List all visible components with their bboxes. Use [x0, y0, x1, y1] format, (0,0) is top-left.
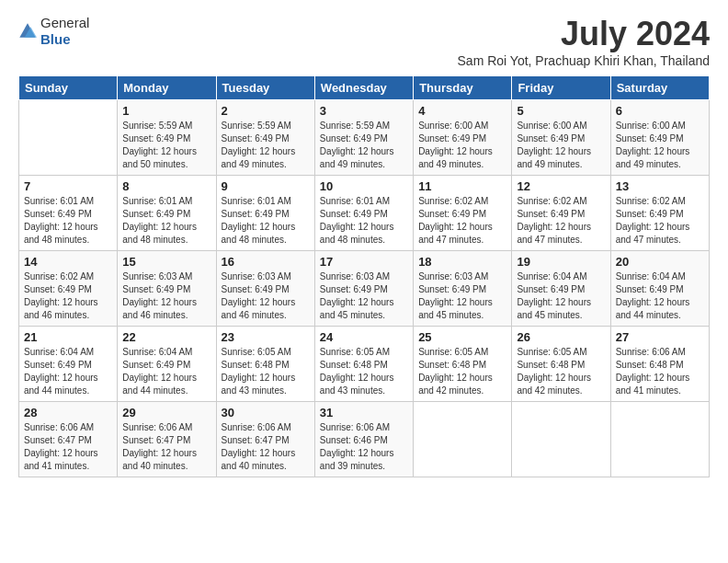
day-number: 12: [517, 179, 605, 193]
day-number: 21: [24, 330, 112, 344]
day-info: Sunrise: 6:06 AMSunset: 6:47 PMDaylight:…: [222, 421, 310, 473]
day-info: Sunrise: 6:01 AMSunset: 6:49 PMDaylight:…: [222, 195, 310, 247]
day-cell: 27 Sunrise: 6:06 AMSunset: 6:48 PMDaylig…: [610, 327, 709, 402]
day-cell: 16 Sunrise: 6:03 AMSunset: 6:49 PMDaylig…: [216, 251, 314, 327]
week-row-4: 21 Sunrise: 6:04 AMSunset: 6:49 PMDaylig…: [19, 327, 710, 402]
day-cell: 1 Sunrise: 5:59 AMSunset: 6:49 PMDayligh…: [118, 100, 216, 176]
day-number: 27: [616, 330, 704, 344]
day-info: Sunrise: 6:01 AMSunset: 6:49 PMDaylight:…: [320, 195, 408, 247]
header: General Blue July 2024 Sam Roi Yot, Prac…: [18, 15, 710, 68]
day-cell: 5 Sunrise: 6:00 AMSunset: 6:49 PMDayligh…: [512, 100, 610, 176]
week-row-3: 14 Sunrise: 6:02 AMSunset: 6:49 PMDaylig…: [19, 251, 710, 327]
day-info: Sunrise: 6:02 AMSunset: 6:49 PMDaylight:…: [24, 270, 112, 322]
day-number: 4: [418, 104, 506, 118]
day-cell: 26 Sunrise: 6:05 AMSunset: 6:48 PMDaylig…: [512, 327, 610, 402]
day-info: Sunrise: 6:05 AMSunset: 6:48 PMDaylight:…: [517, 346, 605, 397]
day-cell: 30 Sunrise: 6:06 AMSunset: 6:47 PMDaylig…: [216, 402, 314, 477]
day-cell: 7 Sunrise: 6:01 AMSunset: 6:49 PMDayligh…: [19, 176, 118, 251]
day-cell: 14 Sunrise: 6:02 AMSunset: 6:49 PMDaylig…: [19, 251, 118, 327]
day-number: 29: [122, 406, 210, 419]
day-cell: 31 Sunrise: 6:06 AMSunset: 6:46 PMDaylig…: [314, 402, 413, 477]
day-cell: 17 Sunrise: 6:03 AMSunset: 6:49 PMDaylig…: [314, 251, 413, 327]
day-cell: 23 Sunrise: 6:05 AMSunset: 6:48 PMDaylig…: [216, 327, 314, 402]
day-cell: 29 Sunrise: 6:06 AMSunset: 6:47 PMDaylig…: [118, 402, 216, 477]
logo-icon: [18, 22, 37, 40]
day-number: 1: [122, 104, 210, 118]
day-info: Sunrise: 6:00 AMSunset: 6:49 PMDaylight:…: [418, 120, 506, 171]
day-number: 11: [418, 179, 506, 193]
location-subtitle: Sam Roi Yot, Prachuap Khiri Khan, Thaila…: [458, 53, 710, 68]
day-info: Sunrise: 6:00 AMSunset: 6:49 PMDaylight:…: [616, 120, 704, 171]
logo-text: General Blue: [40, 15, 89, 48]
day-number: 6: [616, 104, 704, 118]
col-saturday: Saturday: [610, 76, 709, 100]
day-number: 26: [517, 330, 605, 344]
day-info: Sunrise: 6:06 AMSunset: 6:46 PMDaylight:…: [320, 421, 408, 473]
day-number: 2: [222, 104, 310, 118]
day-cell: 18 Sunrise: 6:03 AMSunset: 6:49 PMDaylig…: [414, 251, 512, 327]
day-number: 16: [222, 255, 310, 269]
day-info: Sunrise: 6:05 AMSunset: 6:48 PMDaylight:…: [320, 346, 408, 397]
day-cell: 21 Sunrise: 6:04 AMSunset: 6:49 PMDaylig…: [19, 327, 118, 402]
day-number: 9: [222, 179, 310, 193]
day-cell: 4 Sunrise: 6:00 AMSunset: 6:49 PMDayligh…: [414, 100, 512, 176]
day-info: Sunrise: 5:59 AMSunset: 6:49 PMDaylight:…: [320, 120, 408, 171]
week-row-5: 28 Sunrise: 6:06 AMSunset: 6:47 PMDaylig…: [19, 402, 710, 477]
logo: General Blue: [18, 15, 89, 48]
day-number: 7: [24, 179, 112, 193]
day-info: Sunrise: 6:02 AMSunset: 6:49 PMDaylight:…: [517, 195, 605, 247]
day-cell: 12 Sunrise: 6:02 AMSunset: 6:49 PMDaylig…: [512, 176, 610, 251]
day-number: 15: [122, 255, 210, 269]
day-info: Sunrise: 6:04 AMSunset: 6:49 PMDaylight:…: [616, 270, 704, 322]
day-info: Sunrise: 6:04 AMSunset: 6:49 PMDaylight:…: [517, 270, 605, 322]
day-number: 22: [122, 330, 210, 344]
day-info: Sunrise: 5:59 AMSunset: 6:49 PMDaylight:…: [122, 120, 210, 171]
calendar-body: 1 Sunrise: 5:59 AMSunset: 6:49 PMDayligh…: [19, 100, 710, 477]
day-cell: 8 Sunrise: 6:01 AMSunset: 6:49 PMDayligh…: [118, 176, 216, 251]
day-info: Sunrise: 6:01 AMSunset: 6:49 PMDaylight:…: [24, 195, 112, 247]
day-cell: 25 Sunrise: 6:05 AMSunset: 6:48 PMDaylig…: [414, 327, 512, 402]
col-tuesday: Tuesday: [216, 76, 314, 100]
day-info: Sunrise: 6:03 AMSunset: 6:49 PMDaylight:…: [320, 270, 408, 322]
day-number: 14: [24, 255, 112, 269]
day-number: 19: [517, 255, 605, 269]
day-cell: 6 Sunrise: 6:00 AMSunset: 6:49 PMDayligh…: [610, 100, 709, 176]
day-info: Sunrise: 6:01 AMSunset: 6:49 PMDaylight:…: [122, 195, 210, 247]
day-number: 3: [320, 104, 408, 118]
calendar-table: Sunday Monday Tuesday Wednesday Thursday…: [18, 75, 710, 477]
day-number: 20: [616, 255, 704, 269]
day-number: 23: [222, 330, 310, 344]
day-number: 8: [122, 179, 210, 193]
day-number: 18: [418, 255, 506, 269]
day-cell: 20 Sunrise: 6:04 AMSunset: 6:49 PMDaylig…: [610, 251, 709, 327]
day-info: Sunrise: 6:05 AMSunset: 6:48 PMDaylight:…: [222, 346, 310, 397]
day-cell: 10 Sunrise: 6:01 AMSunset: 6:49 PMDaylig…: [314, 176, 413, 251]
day-cell: [512, 402, 610, 477]
day-number: 5: [517, 104, 605, 118]
day-cell: 9 Sunrise: 6:01 AMSunset: 6:49 PMDayligh…: [216, 176, 314, 251]
day-cell: 3 Sunrise: 5:59 AMSunset: 6:49 PMDayligh…: [314, 100, 413, 176]
col-friday: Friday: [512, 76, 610, 100]
col-sunday: Sunday: [19, 76, 118, 100]
col-monday: Monday: [118, 76, 216, 100]
title-block: July 2024 Sam Roi Yot, Prachuap Khiri Kh…: [458, 15, 710, 68]
day-info: Sunrise: 6:04 AMSunset: 6:49 PMDaylight:…: [24, 346, 112, 397]
day-number: 25: [418, 330, 506, 344]
day-cell: 13 Sunrise: 6:02 AMSunset: 6:49 PMDaylig…: [610, 176, 709, 251]
day-cell: [610, 402, 709, 477]
day-cell: 22 Sunrise: 6:04 AMSunset: 6:49 PMDaylig…: [118, 327, 216, 402]
day-cell: 15 Sunrise: 6:03 AMSunset: 6:49 PMDaylig…: [118, 251, 216, 327]
col-wednesday: Wednesday: [314, 76, 413, 100]
logo-blue: Blue: [40, 31, 89, 48]
day-info: Sunrise: 6:03 AMSunset: 6:49 PMDaylight:…: [122, 270, 210, 322]
week-row-2: 7 Sunrise: 6:01 AMSunset: 6:49 PMDayligh…: [19, 176, 710, 251]
header-row: Sunday Monday Tuesday Wednesday Thursday…: [19, 76, 710, 100]
col-thursday: Thursday: [414, 76, 512, 100]
day-info: Sunrise: 6:03 AMSunset: 6:49 PMDaylight:…: [418, 270, 506, 322]
page: General Blue July 2024 Sam Roi Yot, Prac…: [0, 0, 728, 487]
day-info: Sunrise: 6:04 AMSunset: 6:49 PMDaylight:…: [122, 346, 210, 397]
day-info: Sunrise: 6:02 AMSunset: 6:49 PMDaylight:…: [616, 195, 704, 247]
day-number: 28: [24, 406, 112, 419]
day-info: Sunrise: 5:59 AMSunset: 6:49 PMDaylight:…: [222, 120, 310, 171]
week-row-1: 1 Sunrise: 5:59 AMSunset: 6:49 PMDayligh…: [19, 100, 710, 176]
